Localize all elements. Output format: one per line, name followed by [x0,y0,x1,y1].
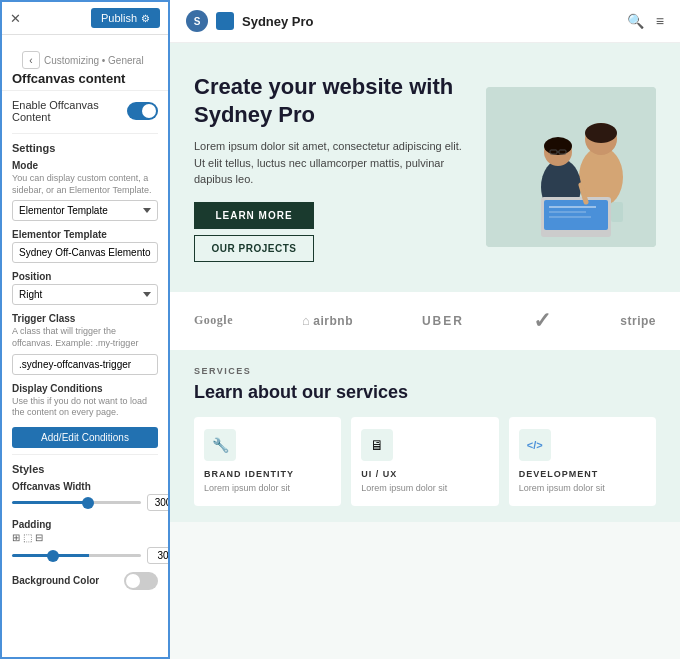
back-button[interactable]: ‹ [22,51,40,69]
mode-label: Mode [12,160,158,171]
logo-google: Google [194,313,233,328]
service-cards: 🔧 BRAND IDENTITY Lorem ipsum dolor sit 🖥… [194,417,656,507]
padding-icons: ⊞ ⬚ ⊟ [12,532,158,543]
service-name-dev: DEVELOPMENT [519,469,646,479]
svg-point-3 [585,123,617,143]
display-conditions-label: Display Conditions [12,383,158,394]
service-desc-dev: Lorem ipsum dolor sit [519,483,646,495]
offcanvas-width-value[interactable] [147,494,168,511]
trigger-class-label: Trigger Class [12,313,158,324]
bg-color-label: Background Color [12,575,99,586]
elementor-template-label: Elementor Template [12,229,158,240]
styles-heading: Styles [12,463,158,475]
add-edit-conditions-button[interactable]: Add/Edit Conditions [12,427,158,448]
ux-icon: 🖥 [361,429,393,461]
service-name-brand: BRAND IDENTITY [204,469,331,479]
menu-icon[interactable]: ≡ [656,13,664,29]
panel-header: ‹ Customizing • General Offcanvas conten… [2,35,168,91]
logo-nike: ✓ [533,308,552,334]
nav-left: S Sydney Pro [186,10,314,32]
position-select[interactable]: Right Left [12,284,158,305]
svg-rect-11 [544,200,608,230]
logo-stripe: stripe [620,314,656,328]
padding-label: Padding [12,519,158,530]
service-desc-ux: Lorem ipsum dolor sit [361,483,488,495]
back-row: ‹ Customizing • General [12,43,158,69]
mode-select[interactable]: Elementor Template Custom Content Sideba… [12,200,158,221]
logo-airbnb: ⌂ airbnb [302,313,353,328]
breadcrumb: Customizing • General [44,55,144,66]
padding-row [12,547,158,564]
hero-title: Create your website with Sydney Pro [194,73,470,128]
padding-value[interactable] [147,547,168,564]
service-card-dev: </> DEVELOPMENT Lorem ipsum dolor sit [509,417,656,507]
trigger-class-desc: A class that will trigger the offcanvas.… [12,326,158,349]
hero-buttons: LEARN MORE OUR PROJECTS [194,202,470,262]
mode-desc: You can display custom content, a sideba… [12,173,158,196]
brand-identity-icon: 🔧 [204,429,236,461]
service-name-ux: UI / UX [361,469,488,479]
divider-1 [12,133,158,134]
hero-body: Lorem ipsum dolor sit amet, consectetur … [194,138,470,188]
position-label: Position [12,271,158,282]
nav-right: 🔍 ≡ [627,13,664,29]
service-card-brand: 🔧 BRAND IDENTITY Lorem ipsum dolor sit [194,417,341,507]
left-panel: ✕ Publish ⚙ ‹ Customizing • General Offc… [0,0,170,659]
divider-2 [12,454,158,455]
close-button[interactable]: ✕ [10,11,21,26]
hero-section: Create your website with Sydney Pro Lore… [170,43,680,292]
hero-text: Create your website with Sydney Pro Lore… [194,73,470,262]
nav-logo-icon: S [186,10,208,32]
services-label: SERVICES [194,366,656,376]
offcanvas-width-row [12,494,158,511]
padding-all-icon[interactable]: ⊞ [12,532,20,543]
logo-uber: UBER [422,314,464,328]
services-section: SERVICES Learn about our services 🔧 BRAN… [170,350,680,523]
our-projects-button[interactable]: OUR PROJECTS [194,235,314,262]
enable-toggle[interactable] [127,102,158,120]
padding-v-icon[interactable]: ⊟ [35,532,43,543]
service-desc-brand: Lorem ipsum dolor sit [204,483,331,495]
dev-icon: </> [519,429,551,461]
enable-toggle-row: Enable Offcanvas Content [12,99,158,123]
svg-rect-15 [611,202,623,222]
service-card-ux: 🖥 UI / UX Lorem ipsum dolor sit [351,417,498,507]
settings-heading: Settings [12,142,158,154]
publish-label: Publish [101,12,137,24]
gear-icon: ⚙ [141,13,150,24]
bg-color-toggle[interactable] [124,572,158,590]
offcanvas-width-slider[interactable] [12,501,141,504]
publish-button[interactable]: Publish ⚙ [91,8,160,28]
site-nav: S Sydney Pro 🔍 ≡ [170,0,680,43]
nav-n-logo [216,12,234,30]
padding-h-icon[interactable]: ⬚ [23,532,32,543]
bg-color-row: Background Color [12,572,158,590]
services-title: Learn about our services [194,382,656,403]
panel-title: Offcanvas content [12,71,158,86]
elementor-template-input[interactable] [12,242,158,263]
website-preview: S Sydney Pro 🔍 ≡ Create your website wit… [170,0,680,659]
learn-more-button[interactable]: LEARN MORE [194,202,314,229]
padding-slider[interactable] [12,554,141,557]
site-nav-title: Sydney Pro [242,14,314,29]
top-bar: ✕ Publish ⚙ [2,2,168,35]
panel-content: Enable Offcanvas Content Settings Mode Y… [2,91,168,657]
display-conditions-desc: Use this if you do not want to load the … [12,396,158,419]
search-icon[interactable]: 🔍 [627,13,644,29]
trigger-class-input[interactable] [12,354,158,375]
logos-section: Google ⌂ airbnb UBER ✓ stripe [170,292,680,350]
enable-label: Enable Offcanvas Content [12,99,127,123]
offcanvas-width-label: Offcanvas Width [12,481,158,492]
airbnb-icon: ⌂ [302,313,310,328]
hero-image [486,87,656,247]
